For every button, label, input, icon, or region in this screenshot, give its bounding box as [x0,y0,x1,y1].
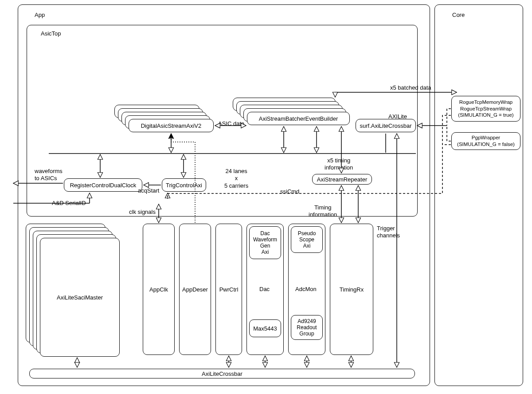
timing-rx: TimingRx [330,224,373,355]
digital-asic-stream-axi-v2: DigitalAsicStreamAxiV2 [129,119,214,132]
digital-asic-stream-axi-v2-label: DigitalAsicStreamAxiV2 [141,122,202,129]
trig-control-axi-label: TrigControlAxi [166,182,202,189]
app-deser: AppDeser [179,224,211,355]
pgp-wrapper-label: PgpWrapper (SIMULATION_G = false) [457,134,515,148]
dac-waveform-gen-axi-label: Dac Waveform Gen Axi [253,230,277,255]
axi-lite-saci-master-label: AxiLiteSaciMaster [57,294,103,301]
max5443: Max5443 [249,319,281,337]
dac-label: Dac [259,286,270,293]
axi-stream-repeater-label: AxiStreamRepeater [317,176,367,183]
adcmon-label: AdcMon [295,286,317,293]
lanes-label: 24 lanes x 5 carriers [224,168,248,189]
rogue-block-label: RogueTcpMemoryWrap RogueTcpStreamWrap (S… [458,99,513,119]
axi-stream-repeater: AxiStreamRepeater [312,174,372,185]
rogue-block: RogueTcpMemoryWrap RogueTcpStreamWrap (S… [451,96,520,122]
trigger-channels-label: Trigger channels [377,225,400,240]
pseudo-scope-axi-label: Pseudo Scope Axi [298,230,316,249]
timing-info-label: Timing information [309,204,337,219]
app-deser-label: AppDeser [182,286,208,293]
surf-axilite-crossbar: surf.AxiLiteCrossbar [356,119,416,132]
clk-signals-label: clk signals [129,209,156,216]
asic-data-label: ASIC data [218,120,244,127]
pwr-ctrl-label: PwrCtrl [219,286,239,293]
ad-serialid-label: A&D SerialID [52,200,86,207]
app-label: App [35,12,45,19]
register-control-dual-clock: RegisterControlDualClock [64,178,142,192]
app-clk: AppClk [143,224,175,355]
surf-axilite-crossbar-label: surf.AxiLiteCrossbar [360,122,411,129]
register-control-dual-clock-label: RegisterControlDualClock [70,182,137,189]
trig-control-axi: TrigControlAxi [162,178,206,192]
asictop-label: AsicTop [41,30,61,37]
ssicmd-label: ssiCmd [280,188,299,195]
ad9249-readout-group: Ad9249 Readout Group [291,315,323,340]
axilite-label: AXILite [388,113,407,120]
pseudo-scope-axi: Pseudo Scope Axi [291,226,323,253]
waveforms-label: waveforms to ASICs [35,168,63,182]
ad9249-readout-group-label: Ad9249 Readout Group [297,318,317,337]
dac-waveform-gen-axi: Dac Waveform Gen Axi [249,226,281,259]
axi-stream-batcher-event-builder: AxiStreamBatcherEventBuilder [247,112,350,125]
x5-timing-label: x5 timing information [325,157,353,172]
pgp-wrapper: PgpWrapper (SIMULATION_G = false) [451,132,520,150]
core-label: Core [452,12,465,19]
core-container [434,4,523,386]
app-clk-label: AppClk [149,286,168,293]
axi-lite-saci-master: AxiLiteSaciMaster [40,238,120,357]
axi-lite-crossbar-bottom-label: AxiLiteCrossbar [202,370,243,377]
pwr-ctrl: PwrCtrl [215,224,242,355]
axi-lite-crossbar-bottom: AxiLiteCrossbar [29,369,415,378]
acqstart-label: acqStart [138,187,159,194]
max5443-label: Max5443 [253,325,277,332]
batcher-label: AxiStreamBatcherEventBuilder [259,115,338,122]
x5-batched-label: x5 batched data [390,84,431,91]
timing-rx-label: TimingRx [340,286,364,293]
